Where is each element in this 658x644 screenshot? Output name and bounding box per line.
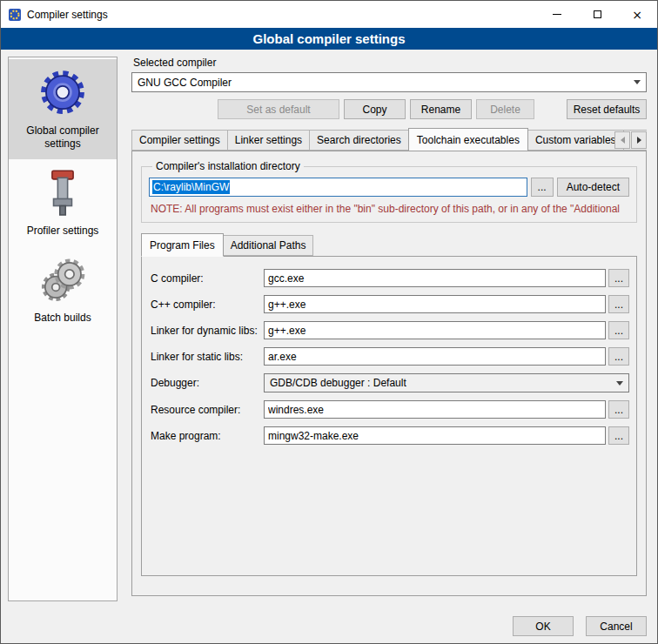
close-icon: × [632,8,642,22]
compiler-select-value: GNU GCC Compiler [138,77,628,89]
selected-compiler-label: Selected compiler [133,57,647,69]
titlebar: Compiler settings × [1,1,657,28]
linker-static-label: Linker for static libs: [151,351,264,363]
program-files-panel: C compiler: ... C++ compiler: ... Linker… [141,256,637,576]
resource-compiler-input[interactable] [264,400,606,419]
install-dir-value: C:\raylib\MinGW [152,180,230,194]
cpp-compiler-row: C++ compiler: ... [151,295,629,313]
reset-defaults-button[interactable]: Reset defaults [567,99,647,119]
tabs-clip: Compiler settings Linker settings Search… [131,128,647,151]
toolchain-executables-panel: Compiler's installation directory C:\ray… [131,151,647,596]
linker-static-input[interactable] [264,347,606,366]
window-controls: × [537,1,657,28]
tab-compiler-settings[interactable]: Compiler settings [131,130,228,151]
maximize-icon [594,10,601,18]
cpp-compiler-input[interactable] [264,295,606,313]
sidebar-item-label: Profiler settings [27,225,99,238]
chevron-down-icon [616,381,623,386]
debugger-label: Debugger: [151,377,264,389]
debugger-select-value: GDB/CDB debugger : Default [270,377,611,389]
cpp-compiler-label: C++ compiler: [151,299,264,311]
minimize-icon [553,14,561,15]
bin-subdirectory-note: NOTE: All programs must exist either in … [151,203,629,215]
make-program-browse-button[interactable]: ... [608,426,629,445]
app-icon [8,8,22,22]
tab-additional-paths[interactable]: Additional Paths [223,235,314,256]
settings-tabs: Compiler settings Linker settings Search… [131,130,647,151]
linker-static-row: Linker for static libs: ... [151,347,629,366]
scroll-tabs-right-button[interactable] [631,131,647,149]
sidebar-item-batch-builds[interactable]: Batch builds [9,246,117,333]
scroll-tabs-left-button[interactable] [614,131,630,149]
sidebar-item-label: Batch builds [34,312,91,325]
debugger-select[interactable]: GDB/CDB debugger : Default [264,373,629,392]
c-compiler-label: C compiler: [151,272,264,285]
sidebar-item-global-compiler-settings[interactable]: Global compiler settings [9,59,117,159]
ok-button[interactable]: OK [513,616,574,636]
tab-scroll-controls [614,131,647,149]
c-compiler-browse-button[interactable]: ... [608,269,629,287]
tab-toolchain-executables[interactable]: Toolchain executables [408,128,528,151]
linker-static-browse-button[interactable]: ... [608,347,629,366]
linker-dynamic-row: Linker for dynamic libs: ... [151,321,629,339]
program-tabs: Program Files Additional Paths [139,233,639,256]
settings-category-list: Global compiler settings Profiler settin… [8,57,118,601]
rename-button[interactable]: Rename [410,99,472,119]
minimize-button[interactable] [537,1,577,28]
make-program-row: Make program: ... [151,426,629,445]
chevron-down-icon [634,80,641,84]
tab-linker-settings[interactable]: Linker settings [227,130,310,151]
install-dir-browse-button[interactable]: ... [531,178,554,197]
installation-directory-legend: Compiler's installation directory [152,160,304,172]
resource-compiler-browse-button[interactable]: ... [608,400,629,419]
profiler-tool-icon [40,168,85,218]
blue-gear-icon [37,68,88,118]
maximize-button[interactable] [577,1,617,28]
make-program-input[interactable] [264,426,606,445]
make-program-label: Make program: [151,430,264,442]
scroll-right-icon [637,137,641,144]
close-button[interactable]: × [617,1,657,28]
delete-button: Delete [476,99,534,119]
sidebar-item-label: Global compiler settings [12,124,113,151]
autodetect-button[interactable]: Auto-detect [557,178,629,197]
c-compiler-input[interactable] [264,269,606,287]
set-as-default-button: Set as default [218,99,339,119]
installation-directory-group: Compiler's installation directory C:\ray… [141,160,637,223]
compiler-actions: Set as default Copy Rename Delete Reset … [131,99,647,119]
compiler-select[interactable]: GNU GCC Compiler [131,72,647,92]
install-dir-input[interactable]: C:\raylib\MinGW [149,178,527,197]
linker-dynamic-browse-button[interactable]: ... [608,321,629,339]
window-title: Compiler settings [27,9,108,21]
tab-custom-variables[interactable]: Custom variables [527,130,624,151]
tab-search-directories[interactable]: Search directories [309,130,409,151]
installation-directory-row: C:\raylib\MinGW ... Auto-detect [149,178,629,197]
resource-compiler-label: Resource compiler: [151,404,264,416]
compiler-settings-window: Compiler settings × Global compiler sett… [0,0,658,644]
tab-program-files[interactable]: Program Files [141,233,224,257]
gray-gears-icon [38,255,87,305]
c-compiler-row: C compiler: ... [151,269,629,287]
linker-dynamic-label: Linker for dynamic libs: [151,325,264,337]
cpp-compiler-browse-button[interactable]: ... [608,295,629,313]
scroll-left-icon [621,137,625,144]
cancel-button[interactable]: Cancel [586,616,647,636]
linker-dynamic-input[interactable] [264,321,606,339]
debugger-row: Debugger: GDB/CDB debugger : Default [151,373,629,392]
page-title: Global compiler settings [1,28,657,50]
dialog-footer: OK Cancel [513,616,647,636]
sidebar-item-profiler-settings[interactable]: Profiler settings [9,159,117,246]
main-panel: Selected compiler GNU GCC Compiler Set a… [131,53,647,596]
copy-button[interactable]: Copy [344,99,406,119]
resource-compiler-row: Resource compiler: ... [151,400,629,419]
